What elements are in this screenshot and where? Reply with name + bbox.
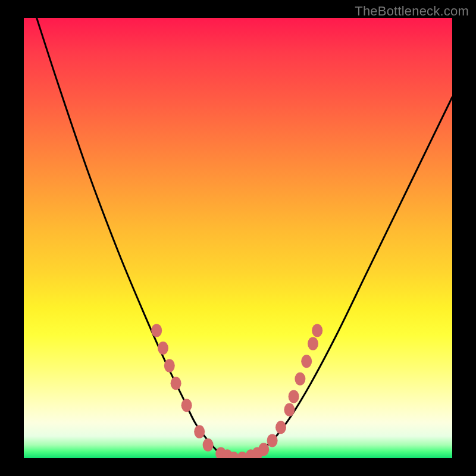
watermark-text: TheBottleneck.com xyxy=(355,4,469,19)
data-marker xyxy=(267,434,278,447)
curve-path xyxy=(37,18,452,458)
data-marker xyxy=(194,425,205,439)
marker-group xyxy=(151,324,322,458)
data-marker xyxy=(258,443,269,456)
data-marker xyxy=(275,421,286,434)
data-marker xyxy=(164,359,175,372)
chart-svg xyxy=(24,18,452,458)
data-marker xyxy=(284,403,295,416)
data-marker xyxy=(171,377,181,390)
data-marker xyxy=(295,372,305,386)
data-marker xyxy=(312,324,322,337)
chart-frame: TheBottleneck.com xyxy=(0,0,476,476)
data-marker xyxy=(301,355,312,368)
data-marker xyxy=(158,342,168,355)
data-marker xyxy=(203,439,214,452)
data-marker xyxy=(151,324,162,337)
data-marker xyxy=(289,390,299,403)
plot-area xyxy=(24,18,452,458)
data-marker xyxy=(308,337,318,350)
data-marker xyxy=(181,399,192,412)
